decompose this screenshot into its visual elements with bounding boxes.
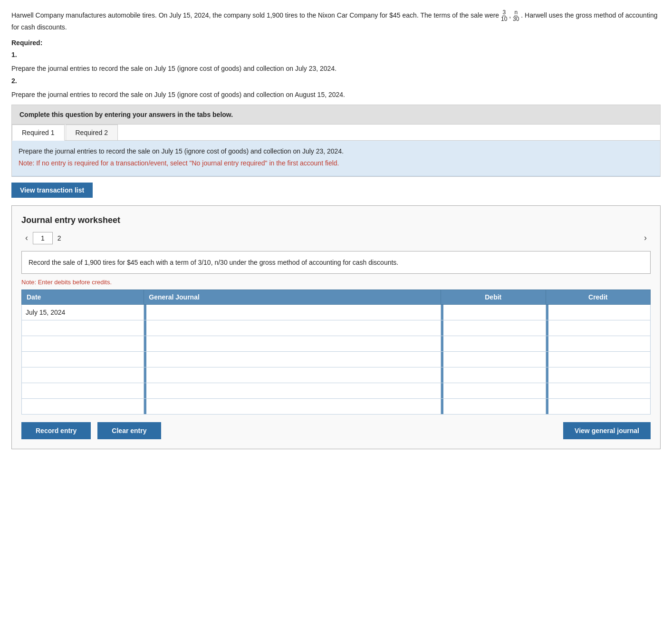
problem-text-1: Harwell Company manufactures automobile … — [11, 11, 501, 19]
clear-entry-label: Clear entry — [112, 427, 146, 434]
journal-table: Date General Journal Debit Credit July 1… — [21, 290, 651, 415]
nav-next-page[interactable]: 2 — [58, 234, 61, 242]
indicator-bar-debit-5 — [441, 383, 443, 398]
credit-cell-6[interactable] — [546, 399, 651, 415]
indicator-bar-journal-3 — [144, 352, 146, 367]
indicator-bar-debit-1 — [441, 320, 443, 336]
journal-input-0[interactable] — [144, 305, 441, 320]
indicator-bar-credit-0 — [546, 305, 548, 320]
complete-banner-text: Complete this question by entering your … — [19, 111, 233, 118]
tab-content-area: Prepare the journal entries to record th… — [12, 141, 660, 176]
view-transaction-button[interactable]: View general journal View transaction li… — [11, 183, 93, 198]
journal-cell-5[interactable] — [144, 383, 441, 399]
entry-description-box: Record the sale of 1,900 tires for $45 e… — [21, 251, 651, 274]
credit-input-4[interactable] — [546, 367, 651, 383]
table-row — [22, 352, 651, 367]
indicator-bar-credit-2 — [546, 336, 548, 351]
credit-cell-0[interactable] — [546, 305, 651, 320]
journal-cell-3[interactable] — [144, 352, 441, 367]
record-entry-button[interactable]: Record entry — [21, 422, 91, 439]
debit-input-0[interactable] — [441, 305, 546, 320]
journal-input-4[interactable] — [144, 367, 441, 383]
record-entry-label: Record entry — [36, 427, 77, 434]
journal-cell-1[interactable] — [144, 320, 441, 336]
journal-input-1[interactable] — [144, 320, 441, 336]
indicator-bar-debit-4 — [441, 367, 443, 383]
journal-entry-worksheet: Journal entry worksheet ‹ 1 2 › Record t… — [11, 205, 661, 449]
journal-cell-4[interactable] — [144, 367, 441, 383]
indicator-bar-credit-6 — [546, 399, 548, 414]
indicator-bar-journal-5 — [144, 383, 146, 398]
debit-input-5[interactable] — [441, 383, 546, 398]
indicator-bar-credit-1 — [546, 320, 548, 336]
credit-cell-5[interactable] — [546, 383, 651, 399]
date-cell-5 — [22, 383, 144, 399]
journal-cell-0[interactable] — [144, 305, 441, 320]
debit-input-1[interactable] — [441, 320, 546, 336]
col-debit: Debit — [441, 290, 546, 305]
view-general-journal-button[interactable]: View general journal — [563, 422, 651, 439]
credit-input-2[interactable] — [546, 336, 651, 351]
indicator-bar-credit-4 — [546, 367, 548, 383]
col-credit: Credit — [546, 290, 651, 305]
indicator-bar-credit-5 — [546, 383, 548, 398]
debit-cell-5[interactable] — [441, 383, 546, 399]
date-cell-4 — [22, 367, 144, 383]
credit-input-3[interactable] — [546, 352, 651, 367]
complete-banner: Complete this question by entering your … — [11, 105, 661, 125]
table-row — [22, 367, 651, 383]
nav-next-arrow[interactable]: › — [640, 232, 651, 244]
nav-current-page[interactable]: 1 — [33, 232, 53, 244]
col-date: Date — [22, 290, 144, 305]
required-item-1: 1. Prepare the journal entries to record… — [11, 49, 661, 74]
tabs-header: Required 1 Required 2 — [12, 125, 660, 141]
col-general-journal: General Journal — [144, 290, 441, 305]
credit-cell-2[interactable] — [546, 336, 651, 352]
journal-cell-2[interactable] — [144, 336, 441, 352]
required-item-2: 2. Prepare the journal entries to record… — [11, 76, 661, 100]
indicator-bar-journal-4 — [144, 367, 146, 383]
credit-cell-4[interactable] — [546, 367, 651, 383]
problem-text-2: , — [507, 11, 513, 19]
entry-navigation: ‹ 1 2 › — [21, 232, 651, 244]
journal-input-3[interactable] — [144, 352, 441, 367]
debit-input-3[interactable] — [441, 352, 546, 367]
indicator-bar-debit-6 — [441, 399, 443, 414]
debit-cell-0[interactable] — [441, 305, 546, 320]
debit-cell-3[interactable] — [441, 352, 546, 367]
date-cell-1 — [22, 320, 144, 336]
indicator-bar-journal-2 — [144, 336, 146, 351]
tab-required-1[interactable]: Required 1 — [12, 125, 65, 141]
debit-cell-6[interactable] — [441, 399, 546, 415]
date-cell-3 — [22, 352, 144, 367]
entry-description-text: Record the sale of 1,900 tires for $45 e… — [29, 259, 398, 266]
credit-input-0[interactable] — [546, 305, 651, 320]
bottom-buttons: Record entry Clear entry View general jo… — [21, 422, 651, 439]
debit-cell-2[interactable] — [441, 336, 546, 352]
credit-cell-1[interactable] — [546, 320, 651, 336]
view-transaction-label: View transaction list — [20, 186, 84, 194]
indicator-bar-journal-6 — [144, 399, 146, 414]
credit-input-1[interactable] — [546, 320, 651, 336]
date-cell-6 — [22, 399, 144, 415]
credit-input-6[interactable] — [546, 399, 651, 414]
clear-entry-button[interactable]: Clear entry — [97, 422, 161, 439]
journal-input-5[interactable] — [144, 383, 441, 398]
indicator-bar-debit-2 — [441, 336, 443, 351]
debit-cell-4[interactable] — [441, 367, 546, 383]
nav-prev-arrow[interactable]: ‹ — [21, 232, 32, 244]
debit-input-2[interactable] — [441, 336, 546, 351]
tab-required-2[interactable]: Required 2 — [66, 125, 118, 140]
table-row — [22, 383, 651, 399]
table-row: July 15, 2024 — [22, 305, 651, 320]
debit-input-6[interactable] — [441, 399, 546, 414]
credit-cell-3[interactable] — [546, 352, 651, 367]
journal-input-2[interactable] — [144, 336, 441, 351]
credit-input-5[interactable] — [546, 383, 651, 398]
problem-text: Harwell Company manufactures automobile … — [11, 10, 661, 32]
journal-cell-6[interactable] — [144, 399, 441, 415]
view-general-journal-label: View general journal — [575, 427, 639, 434]
journal-input-6[interactable] — [144, 399, 441, 414]
debit-cell-1[interactable] — [441, 320, 546, 336]
debit-input-4[interactable] — [441, 367, 546, 383]
